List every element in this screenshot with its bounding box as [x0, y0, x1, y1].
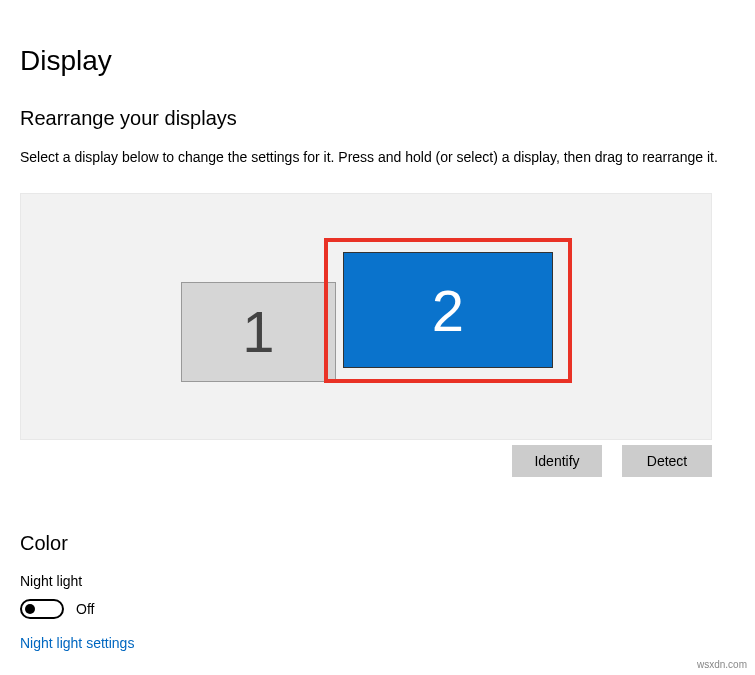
identify-button[interactable]: Identify — [512, 445, 602, 477]
color-section: Color Night light Off Night light settin… — [20, 532, 735, 652]
night-light-toggle[interactable] — [20, 599, 64, 619]
display-1[interactable]: 1 — [181, 282, 336, 382]
night-light-settings-link[interactable]: Night light settings — [20, 635, 134, 651]
detect-button[interactable]: Detect — [622, 445, 712, 477]
watermark: wsxdn.com — [697, 659, 747, 670]
display-2-highlight: 2 — [324, 238, 572, 383]
display-buttons-row: Identify Detect — [20, 445, 712, 477]
toggle-knob — [25, 604, 35, 614]
display-arrangement-area[interactable]: 1 2 — [20, 193, 712, 440]
night-light-state: Off — [76, 601, 94, 617]
night-light-label: Night light — [20, 573, 735, 589]
display-1-label: 1 — [242, 298, 274, 365]
display-2-label: 2 — [432, 277, 464, 344]
display-2[interactable]: 2 — [343, 252, 553, 368]
rearrange-heading: Rearrange your displays — [20, 107, 735, 130]
rearrange-description: Select a display below to change the set… — [20, 148, 735, 168]
color-heading: Color — [20, 532, 735, 555]
night-light-toggle-row: Off — [20, 599, 735, 619]
page-title: Display — [20, 45, 735, 77]
